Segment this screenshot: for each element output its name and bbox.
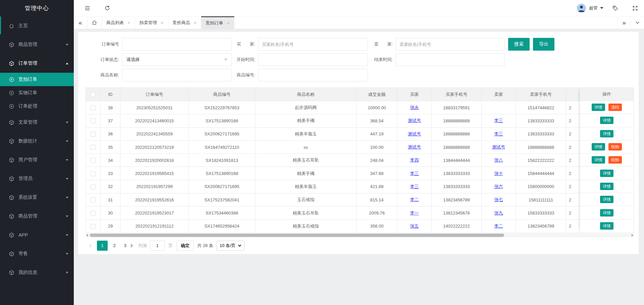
sidebar-scrollbar-thumb[interactable] [0,16,1,34]
page-button-3[interactable]: 3 [121,241,129,251]
jump-page-input[interactable] [150,241,165,251]
order-status-select[interactable]: 请选择 [122,53,232,66]
tabs-more-button[interactable]: » [617,16,631,29]
confirm-page-button[interactable]: 确定 [176,241,194,251]
buyer-link[interactable]: 测试号 [408,144,421,149]
seller-link[interactable]: 张十 [494,171,503,176]
detail-button[interactable]: 详情 [592,143,605,150]
detail-button[interactable]: 详情 [600,117,613,124]
detail-button[interactable]: 详情 [600,209,613,217]
close-icon[interactable]: × [127,20,130,25]
row-checkbox[interactable] [91,184,96,189]
tag-icon[interactable] [612,5,619,11]
tabs-collapse-button[interactable]: « [74,16,87,29]
search-button[interactable]: 搜索 [508,38,530,51]
sidebar-item-home[interactable]: 主页 [0,16,74,35]
export-button[interactable]: 导出 [533,38,554,51]
sidebar-item-data-stats[interactable]: 数据统计 [0,132,74,150]
seller-link[interactable]: 张六 [494,184,503,189]
sidebar-item-my-info[interactable]: 我的信息 [0,263,74,282]
sidebar-item-app[interactable]: APP [0,226,74,244]
row-checkbox[interactable] [91,224,96,229]
close-icon[interactable]: × [161,20,164,25]
order-no-input[interactable] [122,38,232,51]
detail-button[interactable]: 详情 [592,104,605,111]
buyer-link[interactable]: 李三 [410,184,419,189]
user-menu[interactable]: 超管 [577,4,603,13]
row-checkbox[interactable] [91,145,96,150]
next-page-button[interactable] [129,243,134,248]
fullscreen-icon[interactable] [632,5,638,11]
sidebar-item-consignment[interactable]: 寄售 [0,244,74,263]
row-checkbox[interactable] [91,105,96,110]
seller-input[interactable] [396,38,505,51]
detail-button[interactable]: 详情 [600,183,613,190]
reauction-button[interactable]: 转拍 [608,156,622,164]
sidebar-item-order-process[interactable]: 订单处理 [0,100,74,113]
detail-button[interactable]: 详情 [600,130,613,137]
seller-link[interactable]: 李二 [494,224,503,229]
buyer-link[interactable]: 李三 [410,171,419,176]
detail-button[interactable]: 详情 [600,222,613,230]
select-all-checkbox[interactable] [91,92,96,97]
page-button-1[interactable]: 1 [97,241,108,251]
buyer-link[interactable]: 李一 [410,210,419,216]
tab-auction-orders[interactable]: 竞拍订单× [201,16,234,29]
row-checkbox[interactable] [91,211,96,216]
collapse-menu-icon[interactable] [84,5,91,11]
page-button-2[interactable]: 2 [110,241,118,251]
sidebar-item-auction-orders[interactable]: 竞拍订单 [0,73,74,86]
seller-link[interactable]: 张九 [494,210,503,216]
row-checkbox[interactable] [91,197,96,202]
buyer-link[interactable]: 张五 [410,224,419,229]
buyer-input[interactable] [258,38,368,51]
tab-goods-list[interactable]: 商品列表× [102,16,135,29]
sidebar-item-system-settings[interactable]: 系统设置 [0,188,74,207]
row-checkbox[interactable] [91,132,96,137]
buyer-link[interactable]: 测试号 [408,131,421,136]
seller-link[interactable]: 张七 [494,197,503,202]
buyer-link[interactable]: 张永 [410,105,419,110]
prev-page-button[interactable] [88,243,93,248]
reauction-button[interactable]: 转拍 [608,143,622,150]
sidebar-item-order-manage[interactable]: 订单管理 [0,54,74,73]
row-checkbox[interactable] [91,171,96,176]
sidebar-item-user-manage[interactable]: 用户管理 [0,150,74,169]
close-icon[interactable]: × [227,20,230,25]
freeze-button[interactable]: 冻结 [608,104,622,111]
end-time-input[interactable] [396,53,505,66]
buyer-link[interactable]: 李二 [410,197,419,202]
horizontal-scrollbar[interactable] [86,233,634,237]
buyer-link[interactable]: 测试号 [408,118,421,123]
sidebar-item-article-manage[interactable]: 文章管理 [0,113,74,132]
sidebar-item-goods-manage-2[interactable]: 商品管理 [0,207,74,226]
start-time-input[interactable] [258,53,368,66]
seller-link[interactable]: 李三 [494,131,503,136]
seller-link[interactable]: 李三 [494,118,503,123]
row-checkbox[interactable] [91,118,96,123]
tabs-dropdown-button[interactable] [631,16,644,29]
tab-auction-manage[interactable]: 拍卖管理× [135,16,168,29]
scroll-left-icon[interactable] [86,234,88,237]
scroll-right-icon[interactable] [632,234,633,237]
row-checkbox[interactable] [91,158,96,163]
detail-button[interactable]: 详情 [592,156,605,164]
detail-button[interactable]: 详情 [600,170,613,177]
sidebar-item-goods-manage[interactable]: 商品管理 [0,35,74,54]
cell-seller-phone: 18888888888 [516,140,566,154]
close-icon[interactable]: × [194,20,197,25]
tab-bidding-goods[interactable]: 竞价商品× [168,16,202,29]
detail-button[interactable]: 详情 [600,196,613,203]
scrollbar-thumb[interactable] [90,234,504,237]
home-tab[interactable] [87,16,102,29]
cell-amount: 447.19 [357,127,397,140]
product-name-input[interactable] [122,69,232,81]
seller-link[interactable]: 测试号 [492,144,505,149]
refresh-icon[interactable] [104,5,110,11]
page-size-select[interactable]: 10 条/页 [216,241,245,251]
seller-link[interactable]: 张八 [494,158,503,163]
sidebar-item-physical-orders[interactable]: 实物订单 [0,86,74,100]
product-code-input[interactable] [258,69,368,81]
buyer-link[interactable]: 李四 [410,158,419,163]
sidebar-item-admins[interactable]: 管理员 [0,169,74,188]
